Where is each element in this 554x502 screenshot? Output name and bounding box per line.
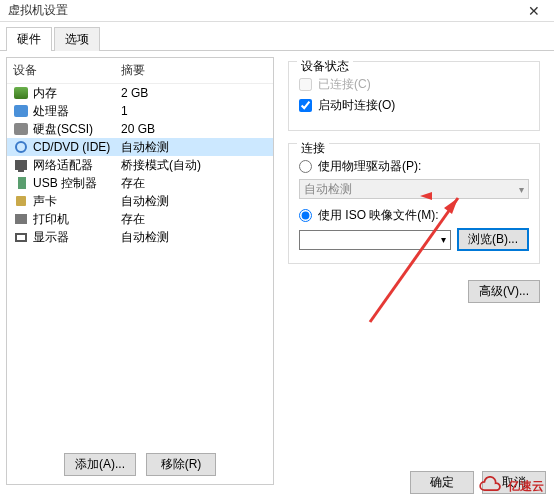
- tab-hardware[interactable]: 硬件: [6, 27, 52, 51]
- connection-title: 连接: [297, 140, 329, 157]
- status-group: 设备状态 已连接(C) 启动时连接(O): [288, 61, 540, 131]
- poweron-checkbox[interactable]: [299, 99, 312, 112]
- window-title: 虚拟机设置: [8, 2, 514, 19]
- iso-path-input[interactable]: ▾: [299, 230, 451, 250]
- hdd-icon: [13, 122, 29, 136]
- connection-group: 连接 使用物理驱动器(P): 自动检测 ▾ 使用 ISO 映像文件(M): ▾ …: [288, 143, 540, 264]
- sound-icon: [13, 194, 29, 208]
- iso-row[interactable]: 使用 ISO 映像文件(M):: [299, 207, 529, 224]
- device-buttons: 添加(A)... 移除(R): [7, 445, 273, 484]
- titlebar: 虚拟机设置 ✕: [0, 0, 554, 22]
- header-device: 设备: [13, 62, 121, 79]
- physical-select: 自动检测 ▾: [299, 179, 529, 199]
- connected-label: 已连接(C): [318, 76, 371, 93]
- row-network[interactable]: 网络适配器 桥接模式(自动): [7, 156, 273, 174]
- connected-checkbox: [299, 78, 312, 91]
- physical-value: 自动检测: [304, 181, 352, 198]
- physical-row[interactable]: 使用物理驱动器(P):: [299, 158, 529, 175]
- memory-icon: [13, 86, 29, 100]
- tab-strip: 硬件 选项: [0, 22, 554, 51]
- cloud-icon: [476, 476, 504, 496]
- device-list: 内存 2 GB 处理器 1 硬盘(SCSI) 20 GB CD/DVD (IDE…: [7, 84, 273, 445]
- advanced-button[interactable]: 高级(V)...: [468, 280, 540, 303]
- poweron-row[interactable]: 启动时连接(O): [299, 97, 529, 114]
- watermark: 亿速云: [476, 476, 544, 496]
- iso-label: 使用 ISO 映像文件(M):: [318, 207, 439, 224]
- status-title: 设备状态: [297, 58, 353, 75]
- display-icon: [13, 230, 29, 244]
- chevron-down-icon: ▾: [519, 184, 524, 195]
- poweron-label: 启动时连接(O): [318, 97, 395, 114]
- row-cddvd[interactable]: CD/DVD (IDE) 自动检测: [7, 138, 273, 156]
- remove-device-button[interactable]: 移除(R): [146, 453, 216, 476]
- close-icon[interactable]: ✕: [514, 3, 554, 19]
- row-usb[interactable]: USB 控制器 存在: [7, 174, 273, 192]
- row-cpu[interactable]: 处理器 1: [7, 102, 273, 120]
- physical-radio[interactable]: [299, 160, 312, 173]
- row-memory[interactable]: 内存 2 GB: [7, 84, 273, 102]
- chevron-down-icon[interactable]: ▾: [437, 234, 450, 245]
- cpu-icon: [13, 104, 29, 118]
- device-list-panel: 设备 摘要 内存 2 GB 处理器 1 硬盘(SCSI) 20 GB CD/DV…: [6, 57, 274, 485]
- row-display[interactable]: 显示器 自动检测: [7, 228, 273, 246]
- printer-icon: [13, 212, 29, 226]
- physical-label: 使用物理驱动器(P):: [318, 158, 421, 175]
- list-header: 设备 摘要: [7, 58, 273, 84]
- cd-icon: [13, 140, 29, 154]
- watermark-text: 亿速云: [508, 478, 544, 495]
- browse-button[interactable]: 浏览(B)...: [457, 228, 529, 251]
- tab-options[interactable]: 选项: [54, 27, 100, 51]
- usb-icon: [13, 176, 29, 190]
- header-summary: 摘要: [121, 62, 145, 79]
- row-hdd[interactable]: 硬盘(SCSI) 20 GB: [7, 120, 273, 138]
- network-icon: [13, 158, 29, 172]
- row-sound[interactable]: 声卡 自动检测: [7, 192, 273, 210]
- row-printer[interactable]: 打印机 存在: [7, 210, 273, 228]
- add-device-button[interactable]: 添加(A)...: [64, 453, 136, 476]
- right-panel: 设备状态 已连接(C) 启动时连接(O) 连接 使用物理驱动器(P): 自动检测…: [280, 57, 548, 485]
- ok-button[interactable]: 确定: [410, 471, 474, 494]
- connected-row: 已连接(C): [299, 76, 529, 93]
- iso-radio[interactable]: [299, 209, 312, 222]
